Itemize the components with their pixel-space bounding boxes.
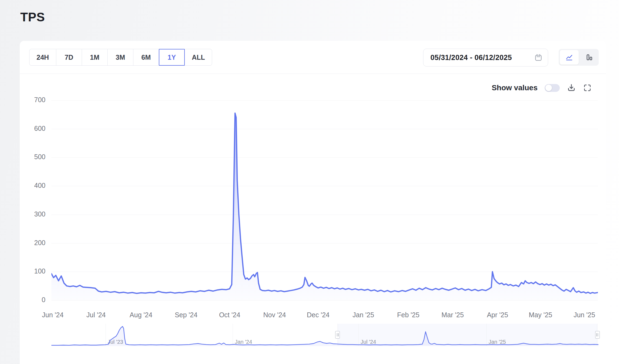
time-range-button-group: 24H7D1M3M6M1YALL [29, 49, 212, 66]
y-tick-100: 100 [24, 267, 45, 275]
x-tick-Nov24: Nov '24 [256, 311, 294, 319]
page-title: TPS [20, 10, 45, 24]
range-button-1m[interactable]: 1M [82, 49, 108, 66]
y-tick-300: 300 [24, 210, 45, 218]
range-button-7d[interactable]: 7D [56, 49, 82, 66]
chart-navigator[interactable]: Jul '23Jan '24Jul '24Jan '25 [51, 324, 598, 347]
x-tick-Mar25: Mar '25 [434, 311, 472, 319]
range-button-6m[interactable]: 6M [133, 49, 159, 66]
x-tick-Feb25: Feb '25 [389, 311, 427, 319]
y-tick-0: 0 [24, 296, 45, 304]
chart-card: 24H7D1M3M6M1YALL 05/31/2024 - 06/12/2025 [20, 41, 606, 364]
fullscreen-button[interactable] [583, 84, 592, 92]
fullscreen-icon [583, 84, 592, 92]
x-tick-Aug24: Aug '24 [122, 311, 160, 319]
tps-line [51, 113, 598, 293]
x-tick-Oct24: Oct '24 [211, 311, 249, 319]
range-button-3m[interactable]: 3M [107, 49, 133, 66]
gridline-y-0 [51, 300, 598, 300]
range-button-1y[interactable]: 1Y [159, 49, 185, 66]
bar-chart-icon [585, 54, 593, 61]
show-values-toggle[interactable] [545, 84, 560, 92]
x-tick-Jun25: Jun '25 [565, 311, 603, 319]
y-tick-700: 700 [24, 96, 45, 104]
x-tick-Apr25: Apr '25 [479, 311, 516, 319]
chart-canvas[interactable] [51, 100, 598, 300]
x-tick-Jan25: Jan '25 [344, 311, 382, 319]
chart-card-header: 24H7D1M3M6M1YALL 05/31/2024 - 06/12/2025 [20, 41, 606, 74]
y-tick-500: 500 [24, 153, 45, 161]
navigator-right-handle[interactable] [595, 331, 600, 339]
x-tick-Jul24: Jul '24 [77, 311, 115, 319]
range-button-all[interactable]: ALL [185, 49, 212, 66]
navigator-left-handle[interactable] [335, 331, 340, 339]
y-tick-400: 400 [24, 182, 45, 189]
x-tick-Sep24: Sep '24 [167, 311, 205, 319]
chart-toolbar: Show values [492, 82, 592, 94]
x-tick-Jun24: Jun '24 [34, 311, 72, 319]
date-range-picker[interactable]: 05/31/2024 - 06/12/2025 [423, 49, 548, 66]
date-range-value: 05/31/2024 - 06/12/2025 [430, 54, 512, 62]
navigator-line [51, 326, 598, 345]
y-tick-200: 200 [24, 239, 45, 247]
y-tick-600: 600 [24, 125, 45, 132]
line-chart-icon [565, 54, 573, 61]
bar-view-button[interactable] [580, 50, 599, 65]
tps-area-fill [51, 113, 598, 300]
download-button[interactable] [567, 83, 576, 92]
range-button-24h[interactable]: 24H [29, 49, 56, 66]
x-tick-May25: May '25 [522, 311, 559, 319]
download-icon [567, 83, 576, 92]
line-view-button[interactable] [560, 50, 579, 65]
toggle-knob [545, 85, 552, 91]
show-values-label: Show values [492, 84, 538, 92]
calendar-icon [534, 54, 542, 62]
chart-view-mode-switch [559, 49, 599, 66]
x-tick-Dec24: Dec '24 [299, 311, 337, 319]
